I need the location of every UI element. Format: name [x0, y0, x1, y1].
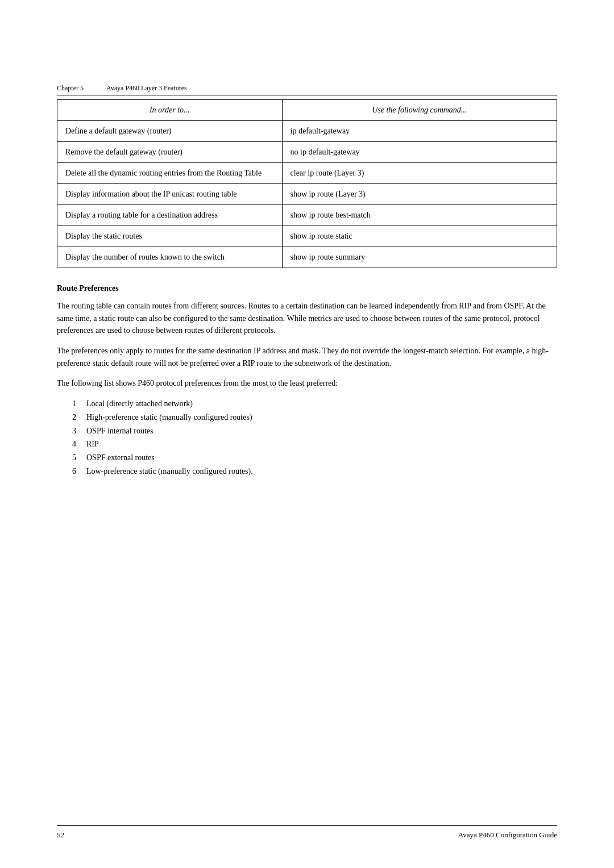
body-paragraph: The preferences only apply to routes for… [57, 345, 557, 369]
section-heading: Route Preferences [57, 284, 557, 293]
list-item: 1Local (directly attached network) [68, 398, 557, 410]
page-number: 52 [57, 831, 64, 840]
list-item-number: 5 [68, 452, 76, 464]
list-item: 4RIP [68, 438, 557, 450]
table-row: Display the number of routes known to th… [57, 247, 557, 268]
list-item-text: OSPF external routes [86, 452, 155, 464]
page: Chapter 5 Avaya P460 Layer 3 Features In… [0, 0, 614, 868]
table-cell-action: Display the static routes [57, 226, 283, 247]
table-cell-command: no ip default-gateway [282, 142, 557, 163]
table-cell-command: show ip route summary [282, 247, 557, 268]
table-cell-action: Display information about the IP unicast… [57, 184, 283, 205]
body-paragraph: The routing table can contain routes fro… [57, 300, 557, 337]
list-item-number: 4 [68, 438, 76, 450]
list-item-text: Local (directly attached network) [86, 398, 193, 410]
table-row: Display information about the IP unicast… [57, 184, 557, 205]
list-item: 5OSPF external routes [68, 452, 557, 464]
main-content: In order to... Use the following command… [57, 99, 557, 483]
preferences-list: 1Local (directly attached network)2High-… [68, 398, 557, 477]
table-row: Define a default gateway (router)ip defa… [57, 121, 557, 142]
table-cell-command: clear ip route (Layer 3) [282, 163, 557, 184]
page-footer: 52 Avaya P460 Configuration Guide [57, 825, 557, 840]
list-item: 6Low-preference static (manually configu… [68, 465, 557, 478]
table-cell-command: ip default-gateway [282, 121, 557, 142]
table-cell-command: show ip route (Layer 3) [282, 184, 557, 205]
list-item-text: Low-preference static (manually configur… [86, 465, 253, 478]
table-cell-command: show ip route static [282, 226, 557, 247]
table-cell-command: show ip route best-match [282, 205, 557, 226]
list-item-number: 1 [68, 398, 76, 410]
list-item-number: 2 [68, 411, 76, 424]
table-col2-header: Use the following command... [282, 100, 557, 121]
list-item-number: 3 [68, 425, 76, 437]
body-paragraph: The following list shows P460 protocol p… [57, 377, 557, 390]
page-header: Chapter 5 Avaya P460 Layer 3 Features [57, 84, 557, 95]
list-item-text: RIP [86, 438, 99, 450]
list-item: 2High-preference static (manually config… [68, 411, 557, 424]
list-item-number: 6 [68, 465, 76, 478]
table-cell-action: Remove the default gateway (router) [57, 142, 283, 163]
table-col1-header: In order to... [57, 100, 283, 121]
chapter-label: Chapter 5 [57, 84, 84, 93]
chapter-title: Avaya P460 Layer 3 Features [106, 84, 187, 93]
list-item: 3OSPF internal routes [68, 425, 557, 437]
list-item-text: High-preference static (manually configu… [86, 411, 252, 424]
table-cell-action: Display the number of routes known to th… [57, 247, 283, 268]
table-row: Display the static routesshow ip route s… [57, 226, 557, 247]
document-title: Avaya P460 Configuration Guide [458, 831, 557, 840]
table-row: Display a routing table for a destinatio… [57, 205, 557, 226]
table-cell-action: Define a default gateway (router) [57, 121, 283, 142]
table-row: Remove the default gateway (router)no ip… [57, 142, 557, 163]
command-table: In order to... Use the following command… [57, 99, 557, 268]
table-cell-action: Display a routing table for a destinatio… [57, 205, 283, 226]
table-cell-action: Delete all the dynamic routing entries f… [57, 163, 283, 184]
table-row: Delete all the dynamic routing entries f… [57, 163, 557, 184]
list-item-text: OSPF internal routes [86, 425, 153, 437]
